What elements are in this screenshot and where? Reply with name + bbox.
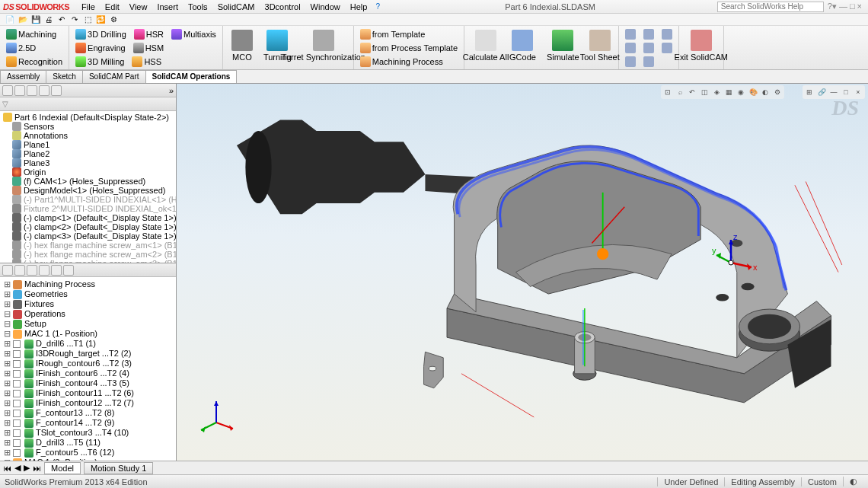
tab-nav-first-icon[interactable]: ⏮: [3, 464, 11, 473]
cam-tab-1[interactable]: [2, 265, 13, 276]
feature-tree-item[interactable]: Fixture 2^MULTI-SIDED INDEXIAL_ok<1> (De…: [2, 204, 174, 213]
cam-tab-6[interactable]: [63, 265, 74, 276]
search-input[interactable]: [717, 2, 824, 12]
expander-icon[interactable]: ⊞: [4, 349, 11, 359]
bottom-tab-motion-study[interactable]: Motion Study 1: [84, 462, 153, 474]
panel-expand-icon[interactable]: »: [169, 86, 174, 95]
feature-tree-item[interactable]: Sensors: [2, 122, 174, 131]
op-checkbox[interactable]: [13, 419, 21, 427]
feature-tree-item[interactable]: (-) clamp<3> (Default<_Display State 1>): [2, 231, 174, 241]
menu-view[interactable]: View: [125, 2, 152, 12]
filter-icon[interactable]: ▽: [2, 100, 8, 108]
expander-icon[interactable]: ⊞: [4, 438, 11, 448]
maximize-icon[interactable]: □: [850, 2, 855, 11]
operation-node[interactable]: ⊞D_drill6 ...T1 (1): [2, 339, 174, 349]
operation-node[interactable]: ⊞IRough_contour6 ...T2 (3): [2, 359, 174, 368]
expander-icon[interactable]: ⊞: [4, 428, 11, 438]
multiaxis-button[interactable]: Multiaxis: [168, 27, 219, 41]
expander-icon[interactable]: ⊟: [4, 329, 11, 339]
op-checkbox[interactable]: [13, 390, 21, 397]
expander-icon[interactable]: ⊞: [4, 408, 11, 418]
menu-insert[interactable]: Insert: [152, 2, 183, 12]
cam-header-item[interactable]: ⊞Fixtures: [2, 299, 174, 309]
expander-icon[interactable]: ⊟: [4, 309, 11, 319]
operation-node[interactable]: ⊞F_contour5 ...T6 (12): [2, 448, 174, 458]
tab-assembly[interactable]: Assembly: [0, 70, 46, 83]
tab-nav-next-icon[interactable]: ▶: [24, 463, 30, 473]
fm-tab-5[interactable]: [51, 85, 62, 96]
expander-icon[interactable]: ⊞: [4, 299, 11, 309]
tab-solidcam-operations[interactable]: SolidCAM Operations: [145, 70, 238, 83]
feature-tree-item[interactable]: DesignModel<1> (Holes_Suppressed): [2, 186, 174, 195]
tab-nav-last-icon[interactable]: ⏭: [33, 464, 41, 473]
fm-tab-4[interactable]: [39, 85, 49, 96]
misc-button-5[interactable]: [640, 41, 657, 55]
misc-button-3[interactable]: [659, 27, 675, 41]
expander-icon[interactable]: ⊞: [4, 279, 11, 289]
status-extra-icon[interactable]: ◐: [843, 477, 863, 486]
expander-icon[interactable]: ⊞: [4, 378, 11, 388]
operation-node[interactable]: ⊞IFinish_contour12 ...T2 (7): [2, 398, 174, 408]
feature-tree-item[interactable]: (-) clamp<2> (Default<_Display State 1>): [2, 222, 174, 231]
expander-icon[interactable]: ⊞: [4, 398, 11, 408]
operation-node[interactable]: ⊞D_drill3 ...T5 (11): [2, 438, 174, 448]
expander-icon[interactable]: ⊞: [4, 339, 11, 349]
turret-sync-button[interactable]: Turret Synchronization: [297, 27, 350, 68]
op-checkbox[interactable]: [13, 400, 21, 407]
tree-root[interactable]: Part 6 Indexial (Default<Display State-2…: [2, 113, 174, 122]
op-checkbox[interactable]: [13, 449, 21, 457]
feature-tree-item[interactable]: Plane2: [2, 149, 174, 158]
mac-node[interactable]: ⊟MAC 1 (1- Position): [2, 329, 174, 339]
recognition-button[interactable]: Recognition: [3, 55, 65, 69]
menu-solidcam[interactable]: SolidCAM: [213, 2, 260, 12]
expander-icon[interactable]: ⊞: [4, 418, 11, 428]
feature-tree-item[interactable]: (-) Part1^MULTI-SIDED INDEXIAL<1> (Holes…: [2, 195, 174, 204]
open-icon[interactable]: 📂: [18, 14, 28, 25]
operation-node[interactable]: ⊞TSlot_contour3 ...T4 (10): [2, 428, 174, 438]
cam-operations-tree[interactable]: ⊞Machining Process⊞Geometries⊞Fixtures⊟O…: [0, 277, 176, 461]
menu-3dcontrol[interactable]: 3Dcontrol: [260, 2, 305, 12]
misc-button-8[interactable]: [640, 55, 657, 69]
tab-solidcam-part[interactable]: SolidCAM Part: [82, 70, 146, 83]
3d-milling-button[interactable]: 3D Milling: [72, 55, 127, 69]
undo-icon[interactable]: ↶: [56, 14, 67, 25]
misc-button-4[interactable]: [622, 41, 639, 55]
hsm-button[interactable]: HSM: [130, 41, 167, 55]
from-template-button[interactable]: from Template: [357, 27, 429, 41]
expander-icon[interactable]: ⊞: [4, 368, 11, 378]
select-icon[interactable]: ⬚: [82, 14, 93, 25]
cam-tab-2[interactable]: [14, 265, 25, 276]
expander-icon[interactable]: ⊞: [4, 289, 11, 299]
cam-header-item[interactable]: ⊞Machining Process: [2, 279, 174, 289]
op-checkbox[interactable]: [13, 439, 21, 447]
operation-node[interactable]: ⊞F_contour14 ...T2 (9): [2, 418, 174, 428]
feature-tree-item[interactable]: Origin: [2, 167, 174, 177]
menu-help[interactable]: Help: [346, 2, 372, 12]
feature-tree-item[interactable]: Plane1: [2, 140, 174, 149]
op-checkbox[interactable]: [13, 360, 21, 368]
expander-icon[interactable]: ⊞: [4, 359, 11, 368]
cam-header-item[interactable]: ⊞Geometries: [2, 289, 174, 299]
engraving-button[interactable]: Engraving: [72, 41, 129, 55]
from-process-template-button[interactable]: from Process Template: [357, 41, 461, 55]
expander-icon[interactable]: ⊞: [4, 448, 11, 458]
op-checkbox[interactable]: [13, 350, 21, 358]
operation-node[interactable]: ⊞IFinish_contour6 ...T2 (4): [2, 368, 174, 378]
menu-file[interactable]: File: [77, 2, 100, 12]
cam-tab-3[interactable]: [27, 265, 37, 276]
cam-tab-5[interactable]: [51, 265, 62, 276]
feature-tree-item[interactable]: (-) hex flange machine screw_am<2> (B18.…: [2, 250, 174, 259]
fm-tab-1[interactable]: [2, 85, 13, 96]
options-icon[interactable]: ⚙: [108, 14, 119, 25]
help-icon[interactable]: ?: [372, 2, 383, 12]
fm-tab-2[interactable]: [14, 85, 25, 96]
operation-node[interactable]: ⊞IFinish_contour4 ...T3 (5): [2, 378, 174, 388]
op-checkbox[interactable]: [13, 370, 21, 378]
machining-process-button[interactable]: Machining Process: [357, 55, 446, 69]
save-icon[interactable]: 💾: [30, 14, 41, 25]
mco-button[interactable]: MCO: [226, 27, 258, 68]
turning-button[interactable]: Turning: [258, 27, 297, 68]
graphics-viewport[interactable]: ⊡ ⌕ ↶ ◫ ◈ ▦ ◉ 🎨 ◐ ⚙ ⊞ 🔗 — □ × DS: [177, 84, 868, 461]
help-dropdown-icon[interactable]: ?▾: [828, 2, 837, 11]
tool-sheet-button[interactable]: Tool Sheet: [585, 27, 615, 68]
